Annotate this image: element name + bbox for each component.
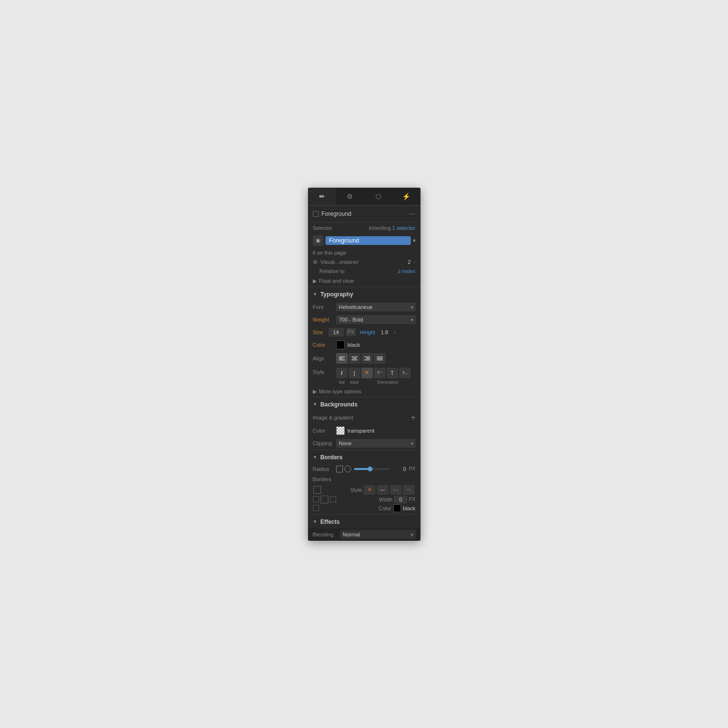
size-unit: PX: [346, 328, 356, 336]
image-gradient-row: Image & gradient +: [308, 411, 421, 424]
border-left-icon[interactable]: [313, 496, 319, 502]
backgrounds-title: Backgrounds: [320, 401, 415, 408]
foreground-checkbox[interactable]: [313, 211, 319, 217]
clipping-select-wrapper: None: [336, 439, 416, 448]
add-background-button[interactable]: +: [411, 413, 415, 422]
selector-label: Selector: [313, 225, 369, 231]
radius-square-icon[interactable]: [336, 466, 343, 472]
radius-circle-icon[interactable]: [344, 466, 351, 472]
subscript-button[interactable]: T₊: [399, 368, 411, 378]
border-style-dashed-button[interactable]: - -: [390, 485, 402, 495]
tab-bar: ✏ ⚙ ⬡ ⚡: [308, 188, 421, 206]
image-gradient-label: Image & gradient: [313, 415, 411, 421]
underline-button[interactable]: I: [349, 368, 360, 378]
blending-select[interactable]: Normal: [340, 530, 416, 539]
style-sublabels: Ital­ icize Decoration: [336, 380, 411, 385]
border-color-value: black: [403, 505, 416, 511]
tab-drops[interactable]: ⬡: [364, 188, 392, 205]
weight-select[interactable]: 700 - Bold: [336, 315, 416, 324]
border-style-solid-button[interactable]: —: [377, 485, 388, 495]
typography-color-label: Color: [313, 342, 333, 348]
size-row: Size PX Height -: [308, 326, 421, 339]
border-all-row: Style ✕ — - - ···: [313, 485, 416, 495]
radius-unit: PX: [409, 466, 415, 471]
radius-icons: [336, 466, 351, 472]
panel: ✏ ⚙ ⬡ ⚡ Foreground ··· Selector Inheriti…: [308, 188, 421, 541]
superscript-button[interactable]: T⁺: [374, 368, 386, 378]
relative-to-label: Relative to: [320, 268, 398, 274]
weight-row: Weight 700 - Bold: [308, 313, 421, 326]
font-select[interactable]: Helveticaneue: [336, 303, 416, 311]
border-style-controls: Style ✕ — - - ···: [350, 485, 414, 495]
weight-select-wrapper: 700 - Bold: [336, 315, 416, 324]
blending-row: Blending Normal: [308, 528, 421, 541]
borders-section-header[interactable]: ▼ Borders: [308, 450, 421, 464]
float-and-clear-row[interactable]: ▶ Float and clear: [308, 275, 421, 287]
z-index-link[interactable]: z-Index: [398, 268, 415, 274]
visual-container-value: 2: [408, 259, 411, 265]
more-options-button[interactable]: ···: [409, 210, 415, 218]
style-label: Style: [313, 368, 333, 375]
border-center-icon[interactable]: [321, 496, 328, 503]
spacer: [361, 380, 373, 385]
strikethrough-button[interactable]: ✕: [361, 368, 373, 378]
header-row: Foreground ···: [308, 206, 421, 223]
border-width-label: Width: [379, 497, 392, 502]
border-width-input[interactable]: [394, 496, 407, 503]
backgrounds-section-header[interactable]: ▼ Backgrounds: [308, 397, 421, 411]
radius-slider[interactable]: [354, 468, 390, 470]
effects-section-header[interactable]: ▼ Effects: [308, 514, 421, 528]
count-row: 6 on this page: [308, 248, 421, 258]
tab-brush[interactable]: ✏: [308, 188, 336, 205]
typography-color-swatch[interactable]: [336, 340, 345, 349]
effects-collapse-icon: ▼: [313, 519, 318, 524]
border-right-icon[interactable]: [330, 496, 336, 502]
more-type-options-row[interactable]: ▶ More type options: [308, 387, 421, 397]
typography-title: Typography: [320, 291, 415, 298]
blending-select-wrapper: Normal: [340, 530, 416, 539]
baseline-button[interactable]: T: [387, 368, 398, 378]
backgrounds-collapse-icon: ▼: [313, 402, 318, 407]
height-dash: -: [394, 329, 396, 336]
visual-container-link[interactable]: Visual...ontainer: [321, 259, 403, 265]
align-center-button[interactable]: [349, 353, 360, 364]
border-bottom-icon[interactable]: [313, 505, 319, 511]
border-width-unit: PX: [409, 497, 415, 502]
italic-button[interactable]: I: [336, 368, 348, 378]
radius-input[interactable]: [392, 466, 406, 472]
selector-icon: ▣: [313, 235, 324, 246]
selector-row: Selector Inheriting 1 selector: [308, 223, 421, 233]
border-bottom-controls: Color black: [313, 504, 416, 512]
border-style-none-button[interactable]: ✕: [364, 485, 375, 495]
more-type-label: More type options: [319, 388, 361, 394]
font-select-wrapper: Helveticaneue: [336, 303, 416, 311]
border-color-label: Color: [379, 505, 391, 511]
selector-badge[interactable]: Foreground: [325, 236, 411, 245]
border-style-dotted-button[interactable]: ···: [403, 485, 415, 495]
border-color-swatch[interactable]: [393, 504, 401, 512]
effects-title: Effects: [320, 518, 415, 525]
typography-section-header[interactable]: ▼ Typography: [308, 287, 421, 301]
selector-count-link[interactable]: 1 selector: [392, 225, 416, 231]
relative-to-row: Relative to z-Index: [308, 267, 421, 275]
bg-color-swatch[interactable]: [336, 426, 345, 435]
clipping-select[interactable]: None: [336, 439, 416, 448]
blending-label: Blending: [313, 532, 337, 537]
size-label: Size: [313, 329, 326, 335]
border-top-controls: Style ✕ — - - ···: [313, 485, 414, 495]
clipping-row: Clipping None: [308, 437, 421, 450]
align-justify-button[interactable]: [374, 353, 386, 364]
header-title: Foreground: [322, 210, 409, 217]
size-input[interactable]: [328, 328, 344, 337]
border-style-label: Style: [350, 487, 362, 493]
border-all-icon[interactable]: [313, 486, 321, 494]
float-label: Float and clear: [319, 278, 355, 284]
align-left-button[interactable]: [336, 353, 348, 364]
height-input[interactable]: [377, 328, 392, 337]
align-right-button[interactable]: [361, 353, 373, 364]
tab-lightning[interactable]: ⚡: [392, 188, 421, 205]
radius-row: Radius PX: [308, 464, 421, 474]
selector-chevron-icon[interactable]: ▾: [413, 237, 416, 244]
tab-settings[interactable]: ⚙: [336, 188, 364, 205]
bg-color-label: Color: [313, 428, 333, 434]
